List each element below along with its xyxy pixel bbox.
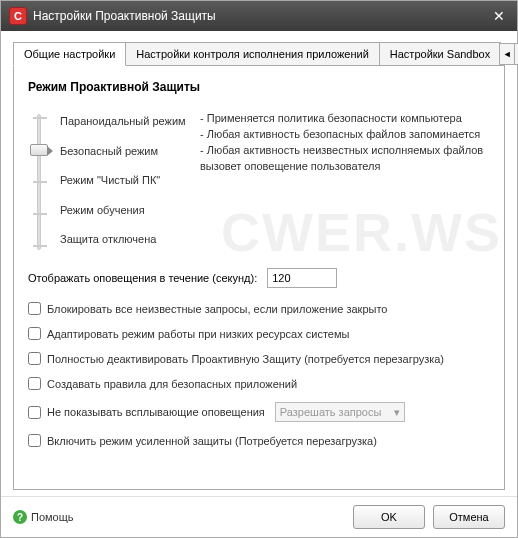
timeout-row: Отображать оповещения в течение (секунд)…: [28, 268, 490, 288]
check-label: Включить режим усиленной защиты (Потребу…: [47, 435, 377, 447]
footer: ? Помощь OK Отмена: [1, 496, 517, 537]
checkbox-enhanced[interactable]: [28, 434, 41, 447]
help-label: Помощь: [31, 511, 74, 523]
help-icon: ?: [13, 510, 27, 524]
ok-button[interactable]: OK: [353, 505, 425, 529]
mode-label-off[interactable]: Защита отключена: [60, 228, 190, 250]
mode-selector: Параноидальный режим Безопасный режим Ре…: [28, 108, 490, 252]
mode-desc-line: - Любая активность неизвестных исполняем…: [200, 142, 490, 174]
check-label: Блокировать все неизвестные запросы, есл…: [47, 303, 387, 315]
check-label: Полностью деактивировать Проактивную Защ…: [47, 353, 444, 365]
check-no-popups: Не показывать всплывающие оповещения Раз…: [28, 402, 490, 422]
check-block-unknown: Блокировать все неизвестные запросы, есл…: [28, 302, 490, 315]
check-enhanced: Включить режим усиленной защиты (Потребу…: [28, 434, 490, 447]
footer-buttons: OK Отмена: [353, 505, 505, 529]
slider-tick: [33, 117, 47, 119]
chevron-down-icon: ▾: [394, 406, 400, 419]
timeout-label: Отображать оповещения в течение (секунд)…: [28, 272, 257, 284]
mode-desc-line: - Любая активность безопасных файлов зап…: [200, 126, 490, 142]
mode-slider[interactable]: [37, 114, 41, 250]
mode-label-paranoid[interactable]: Параноидальный режим: [60, 110, 190, 132]
help-link[interactable]: ? Помощь: [13, 510, 74, 524]
checkbox-no-popups[interactable]: [28, 406, 41, 419]
cancel-button[interactable]: Отмена: [433, 505, 505, 529]
checkbox-adapt-resources[interactable]: [28, 327, 41, 340]
mode-desc-line: - Применяется политика безопасности комп…: [200, 110, 490, 126]
slider-handle-icon[interactable]: [30, 144, 48, 156]
check-label: Адаптировать режим работы при низких рес…: [47, 328, 349, 340]
tab-exec-control[interactable]: Настройки контроля исполнения приложений: [125, 42, 380, 65]
titlebar[interactable]: C Настройки Проактивной Защиты ✕: [1, 1, 517, 31]
combo-value: Разрешать запросы: [280, 406, 382, 418]
checkbox-block-unknown[interactable]: [28, 302, 41, 315]
tab-general[interactable]: Общие настройки: [13, 42, 126, 66]
mode-label-safe[interactable]: Безопасный режим: [60, 140, 190, 162]
tab-panel-general: Режим Проактивной Защиты Параноидальный …: [13, 66, 505, 490]
mode-description: - Применяется политика безопасности комп…: [200, 108, 490, 252]
slider-tick: [33, 245, 47, 247]
mode-label-clean[interactable]: Режим "Чистый ПК": [60, 169, 190, 191]
content-area: CWER.WS Общие настройки Настройки контро…: [1, 31, 517, 496]
tab-scroll: ◄ ►: [500, 43, 518, 65]
mode-labels: Параноидальный режим Безопасный режим Ре…: [60, 108, 190, 252]
timeout-input[interactable]: [267, 268, 337, 288]
slider-column: [28, 108, 50, 252]
check-create-rules: Создавать правила для безопасных приложе…: [28, 377, 490, 390]
check-label: Создавать правила для безопасных приложе…: [47, 378, 297, 390]
close-icon[interactable]: ✕: [489, 8, 509, 24]
tab-scroll-left-icon[interactable]: ◄: [499, 43, 515, 65]
check-adapt-resources: Адаптировать режим работы при низких рес…: [28, 327, 490, 340]
mode-label-learning[interactable]: Режим обучения: [60, 199, 190, 221]
settings-window: C Настройки Проактивной Защиты ✕ CWER.WS…: [0, 0, 518, 538]
slider-tick: [33, 181, 47, 183]
check-label: Не показывать всплывающие оповещения: [47, 406, 265, 418]
tab-bar: Общие настройки Настройки контроля испол…: [13, 41, 505, 66]
app-icon: C: [9, 7, 27, 25]
checkbox-deactivate[interactable]: [28, 352, 41, 365]
tab-sandbox[interactable]: Настройки Sandbox: [379, 42, 501, 65]
window-title: Настройки Проактивной Защиты: [33, 9, 489, 23]
checkbox-create-rules[interactable]: [28, 377, 41, 390]
tab-scroll-right-icon[interactable]: ►: [514, 43, 518, 65]
check-deactivate: Полностью деактивировать Проактивную Защ…: [28, 352, 490, 365]
popup-action-combo[interactable]: Разрешать запросы ▾: [275, 402, 405, 422]
section-title: Режим Проактивной Защиты: [28, 80, 490, 94]
slider-tick: [33, 213, 47, 215]
